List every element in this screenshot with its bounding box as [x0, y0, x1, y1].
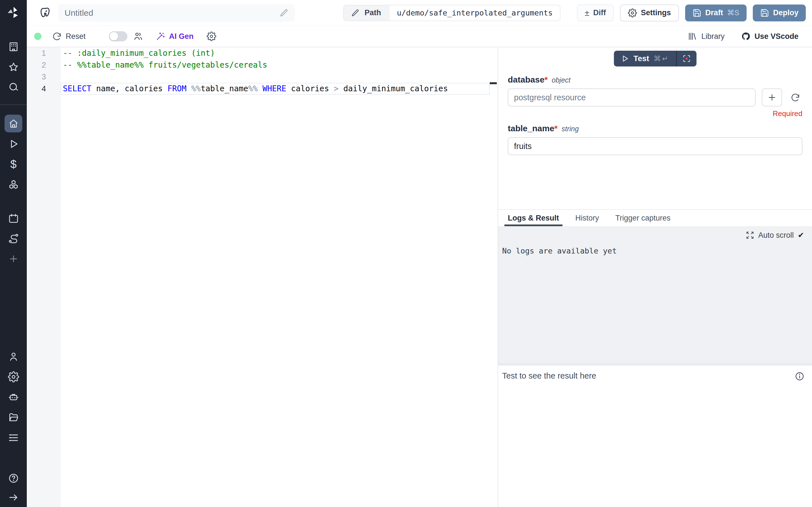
database-resource-input[interactable] [508, 89, 756, 107]
sidebar-item-triggers[interactable] [0, 230, 27, 246]
sidebar-item-folders[interactable] [0, 409, 27, 426]
draft-label: Draft [705, 8, 723, 17]
script-settings-gear-icon[interactable] [207, 32, 216, 41]
sidebar-item-schedules[interactable] [0, 210, 27, 227]
refresh-icon [791, 93, 800, 102]
library-icon [688, 32, 697, 41]
result-empty-message: Test to see the result here [502, 371, 596, 381]
required-asterisk: * [545, 75, 548, 84]
sidebar-item-settings[interactable] [0, 369, 27, 385]
library-label: Library [701, 32, 725, 41]
dollar-icon: $ [10, 159, 16, 170]
settings-button[interactable]: Settings [620, 4, 679, 21]
auto-scroll-toggle[interactable]: Auto scroll ✔ [746, 231, 804, 240]
top-bar: Untitled Path u/demo/safe_interpolated_a… [27, 0, 812, 26]
code-line[interactable]: -- %%table_name%% fruits/vegetables/cere… [61, 59, 490, 71]
sidebar-item-add[interactable] [0, 251, 27, 267]
checkmark-icon: ✔ [798, 231, 804, 240]
diff-mode-toggle[interactable] [109, 31, 128, 41]
play-icon [620, 54, 629, 63]
editor-gutter: 1 2 3 4 [27, 47, 61, 507]
test-label: Test [633, 54, 649, 63]
logs-panel: Auto scroll ✔ No logs are available yet [498, 226, 812, 363]
capture-frame-icon [682, 54, 691, 63]
code-editor[interactable]: 1 2 3 4 -- :daily_minimum_calories (int)… [27, 47, 498, 507]
test-button[interactable]: Test ⌘↵ [614, 51, 676, 66]
tab-trigger-captures[interactable]: Trigger captures [615, 210, 671, 226]
app-sidebar: $ [0, 0, 27, 507]
deploy-button[interactable]: Deploy [753, 4, 806, 21]
sidebar-item-help[interactable] [0, 470, 27, 487]
script-arguments-form: database* object Required table_name* st… [498, 71, 812, 155]
capture-button[interactable] [677, 51, 696, 66]
sidebar-item-search[interactable] [0, 79, 27, 95]
sidebar-item-workspace[interactable] [0, 39, 27, 55]
sidebar-item-favorites[interactable] [0, 59, 27, 75]
postgresql-icon [39, 6, 52, 19]
deploy-label: Deploy [773, 8, 799, 17]
sidebar-expand-arrow[interactable] [0, 489, 27, 506]
sidebar-item-resources[interactable] [0, 177, 27, 193]
test-shortcut: ⌘↵ [654, 54, 669, 63]
github-icon [741, 32, 751, 41]
path-label: Path [364, 8, 381, 17]
edit-path-pencil-icon [351, 9, 359, 17]
required-asterisk: * [554, 124, 558, 133]
path-badge[interactable]: Path u/demo/safe_interpolated_arguments [343, 5, 560, 21]
line-number-active: 4 [27, 83, 61, 95]
info-icon[interactable] [795, 371, 805, 381]
code-line[interactable]: -- :daily_minimum_calories (int) [61, 47, 490, 59]
draft-button[interactable]: Draft ⌘S [685, 4, 747, 21]
expand-icon [746, 231, 754, 239]
overview-ruler-cursor-mark [490, 82, 497, 84]
path-label-segment[interactable]: Path [344, 5, 390, 20]
field-label-row: database* object [508, 75, 802, 84]
line-number: 3 [27, 71, 61, 83]
save-icon [760, 8, 769, 17]
editor-toolbar: Reset AI Gen Library Use VScode [27, 26, 812, 47]
sidebar-item-workers[interactable] [0, 389, 27, 406]
result-panel: Test to see the result here [498, 365, 812, 507]
script-title: Untitled [64, 8, 280, 18]
tab-history[interactable]: History [575, 210, 599, 226]
line-number: 2 [27, 59, 61, 71]
refresh-icon [52, 32, 62, 41]
status-dot [34, 33, 42, 40]
sidebar-item-variables[interactable]: $ [0, 156, 27, 172]
reset-button[interactable]: Reset [52, 32, 86, 41]
draft-shortcut: ⌘S [727, 8, 739, 17]
diff-label: Diff [593, 8, 606, 17]
field-type: string [562, 125, 579, 133]
logs-result-divider[interactable] [498, 363, 812, 365]
ai-gen-button[interactable]: AI Gen [156, 32, 194, 41]
code-line[interactable] [61, 71, 490, 83]
plus-icon [767, 93, 777, 102]
diff-button[interactable]: ± Diff [577, 4, 614, 21]
refresh-resource-button[interactable] [788, 93, 802, 102]
library-button[interactable]: Library [688, 32, 725, 41]
field-label-row: table_name* string [508, 124, 802, 133]
sidebar-item-runs[interactable] [0, 136, 27, 152]
reset-label: Reset [66, 32, 86, 41]
sidebar-item-apps-list[interactable] [0, 430, 27, 446]
test-button-group: Test ⌘↵ [614, 51, 696, 66]
field-name: database* [508, 75, 548, 84]
edit-title-pencil-icon[interactable] [280, 8, 289, 17]
collaborators-icon[interactable] [133, 31, 143, 41]
table-name-input[interactable] [508, 137, 802, 155]
logs-empty-message: No logs are available yet [502, 246, 617, 255]
result-tabs: Logs & Result History Trigger captures [498, 209, 812, 226]
magic-wand-icon [156, 32, 165, 41]
code-line[interactable]: SELECT name, calories FROM %%table_name%… [61, 83, 490, 95]
line-number: 1 [27, 47, 61, 59]
sidebar-item-home[interactable] [4, 115, 22, 132]
use-vscode-label: Use VScode [755, 32, 799, 41]
script-title-field[interactable]: Untitled [58, 4, 295, 22]
add-resource-button[interactable] [762, 89, 782, 107]
tab-logs-result[interactable]: Logs & Result [508, 210, 559, 226]
settings-label: Settings [641, 8, 671, 17]
gear-icon [628, 8, 637, 17]
windmill-logo-icon[interactable] [3, 3, 23, 22]
sidebar-item-user[interactable] [0, 348, 27, 365]
use-vscode-button[interactable]: Use VScode [741, 32, 799, 41]
